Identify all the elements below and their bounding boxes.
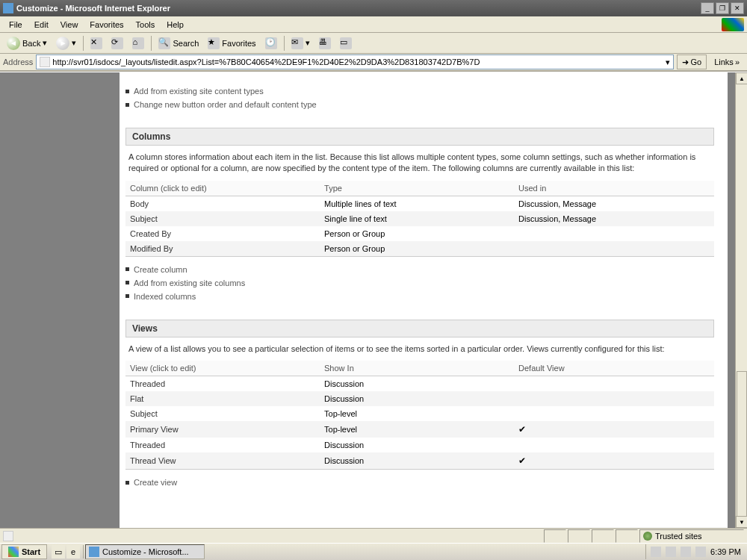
bullet-icon <box>125 90 129 93</box>
menu-favorites[interactable]: Favorites <box>84 19 129 31</box>
view-name-link[interactable]: Threaded <box>125 376 320 392</box>
scroll-up-button[interactable]: ▲ <box>736 72 747 84</box>
tray-icon[interactable] <box>681 547 691 557</box>
search-button[interactable]: 🔍 Search <box>155 35 202 52</box>
columns-th-usedin: Used in <box>514 181 714 196</box>
edit-button[interactable]: ▭ <box>336 35 356 52</box>
address-input[interactable] <box>52 57 663 66</box>
menu-edit[interactable]: Edit <box>28 19 55 31</box>
check-icon: ✔ <box>518 455 526 466</box>
tray-icon[interactable] <box>695 547 706 557</box>
action-link-label: Create view <box>134 478 177 487</box>
start-button[interactable]: Start <box>1 544 47 559</box>
column-action-2[interactable]: Indexed columns <box>125 290 714 303</box>
forward-button[interactable]: ► ▾ <box>52 35 80 52</box>
column-name-link[interactable]: Subject <box>125 211 320 226</box>
maximize-button[interactable]: ❐ <box>716 2 729 14</box>
mail-button[interactable]: ✉▾ <box>288 35 314 52</box>
view-default <box>514 438 714 452</box>
show-desktop-button[interactable]: ▭ <box>52 545 65 559</box>
scroll-down-button[interactable]: ▼ <box>736 516 747 528</box>
vertical-scrollbar[interactable]: ▲ ▼ <box>735 72 747 528</box>
view-name-link[interactable]: Threaded <box>125 438 320 452</box>
minimize-button[interactable]: _ <box>701 2 714 14</box>
trusted-sites-icon <box>643 532 652 541</box>
ie-quicklaunch-button[interactable]: e <box>66 545 80 559</box>
column-name-link[interactable]: Created By <box>125 226 320 241</box>
clock[interactable]: 6:39 PM <box>710 547 741 556</box>
menu-view[interactable]: View <box>55 19 84 31</box>
table-row: FlatDiscussion <box>125 391 714 406</box>
column-name-link[interactable]: Body <box>125 196 320 211</box>
zone-label: Trusted sites <box>655 532 702 541</box>
content-type-action-1[interactable]: Change new button order and default cont… <box>125 98 714 111</box>
stop-icon: ✕ <box>90 37 102 49</box>
go-button[interactable]: ➜ Go <box>677 55 707 69</box>
back-button[interactable]: ◄ Back ▾ <box>3 35 51 52</box>
view-name-link[interactable]: Thread View <box>125 452 320 470</box>
view-default: ✔ <box>514 421 714 438</box>
menu-file[interactable]: File <box>3 19 28 31</box>
links-label: Links <box>714 57 734 66</box>
back-label: Back <box>22 39 40 48</box>
toolbar: ◄ Back ▾ ► ▾ ✕ ⟳ ⌂ 🔍 Search ★ Favorites … <box>0 33 747 54</box>
toolbar-separator <box>151 36 152 51</box>
tray-icon[interactable] <box>666 547 676 557</box>
menu-help[interactable]: Help <box>161 19 190 31</box>
taskbar: Start ▭ e Customize - Microsoft... 6:39 … <box>0 543 747 560</box>
search-label: Search <box>173 39 199 48</box>
menu-tools[interactable]: Tools <box>130 19 161 31</box>
ie-logo-icon <box>722 18 744 31</box>
favorites-button[interactable]: ★ Favorites <box>204 35 259 52</box>
columns-description: A column stores information about each i… <box>125 146 714 181</box>
right-gutter <box>728 72 735 528</box>
chevron-down-icon[interactable]: ▾ <box>666 57 670 67</box>
window-title: Customize - Microsoft Internet Explorer <box>16 4 701 13</box>
column-name-link[interactable]: Modified By <box>125 241 320 257</box>
home-icon: ⌂ <box>132 37 144 49</box>
home-button[interactable]: ⌂ <box>128 35 148 52</box>
ie-icon <box>3 3 13 13</box>
bullet-icon <box>125 281 129 284</box>
bullet-icon <box>125 294 129 298</box>
history-button[interactable]: 🕑 <box>261 35 281 52</box>
view-name-link[interactable]: Flat <box>125 391 320 406</box>
tray-icon[interactable] <box>651 547 661 557</box>
chevron-right-icon: » <box>735 57 740 66</box>
links-button[interactable]: Links » <box>710 57 744 66</box>
column-action-0[interactable]: Create column <box>125 263 714 276</box>
start-label: Start <box>22 547 40 556</box>
column-action-1[interactable]: Add from existing site columns <box>125 276 714 290</box>
quick-launch: ▭ e <box>49 545 84 559</box>
action-link-label: Create column <box>134 265 187 274</box>
columns-th-column: Column (click to edit) <box>125 181 320 196</box>
print-button[interactable]: 🖶 <box>315 35 335 52</box>
taskbar-task-active[interactable]: Customize - Microsoft... <box>85 544 205 559</box>
status-cell <box>568 529 590 543</box>
forward-arrow-icon: ► <box>56 37 69 50</box>
columns-heading: Columns <box>125 128 714 146</box>
action-link-label: Add from existing site content types <box>134 87 264 96</box>
view-default <box>514 391 714 406</box>
window-titlebar: Customize - Microsoft Internet Explorer … <box>0 0 747 16</box>
chevron-down-icon: ▾ <box>306 38 310 48</box>
action-link-label: Change new button order and default cont… <box>134 100 317 109</box>
action-link-label: Add from existing site columns <box>134 279 245 287</box>
history-icon: 🕑 <box>265 37 277 49</box>
stop-button[interactable]: ✕ <box>87 35 106 52</box>
views-th-default: Default View <box>514 361 714 376</box>
table-row: BodyMultiple lines of textDiscussion, Me… <box>125 196 714 211</box>
close-button[interactable]: ✕ <box>731 2 744 14</box>
view-name-link[interactable]: Primary View <box>125 421 320 438</box>
column-usedin <box>514 226 714 241</box>
content-type-action-0[interactable]: Add from existing site content types <box>125 84 714 98</box>
address-bar: Address ▾ ➜ Go Links » <box>0 54 747 72</box>
scroll-thumb[interactable] <box>737 371 747 520</box>
toolbar-separator <box>284 36 285 51</box>
view-name-link[interactable]: Subject <box>125 406 320 421</box>
refresh-button[interactable]: ⟳ <box>108 35 127 52</box>
address-input-wrapper[interactable]: ▾ <box>36 55 673 69</box>
view-action-0[interactable]: Create view <box>125 476 714 489</box>
column-type: Multiple lines of text <box>320 196 514 211</box>
views-description: A view of a list allows you to see a par… <box>125 337 714 361</box>
